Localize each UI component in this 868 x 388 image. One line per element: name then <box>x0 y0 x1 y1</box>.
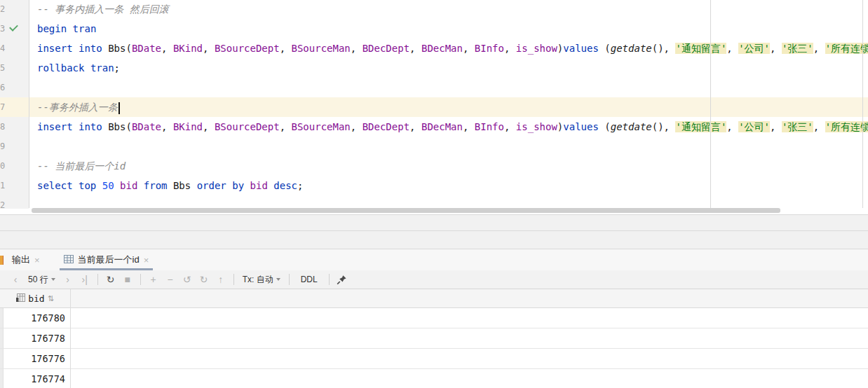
code-token: insert <box>37 43 73 54</box>
submit-icon[interactable]: ↑ <box>212 274 229 285</box>
close-icon[interactable]: × <box>34 255 40 265</box>
column-header-bid[interactable]: bid ⇅ <box>0 293 70 304</box>
code-token: by <box>232 180 244 191</box>
line-number: 0 <box>0 156 8 176</box>
code-token: getdate <box>611 121 652 132</box>
refresh-icon[interactable]: ↻ <box>102 274 119 285</box>
code-token: BSourceMan <box>292 121 351 132</box>
code-token: , <box>770 121 782 132</box>
code-token: , <box>813 43 825 54</box>
code-line[interactable]: 3begin tran <box>0 19 868 39</box>
table-row[interactable]: 176774 <box>0 369 868 388</box>
add-row-icon[interactable]: + <box>145 274 162 285</box>
line-number: 1 <box>0 176 8 195</box>
table-row[interactable]: 176778 <box>0 328 868 349</box>
code-token: into <box>79 121 102 132</box>
code-line[interactable]: 7--事务外插入一条 <box>0 97 868 117</box>
cell-bid[interactable]: 176774 <box>4 369 70 388</box>
code-token: bid <box>120 180 137 191</box>
sql-editor[interactable]: 2-- 事务内插入一条 然后回滚3begin tran4insert into … <box>0 0 868 214</box>
code-token: BKind <box>173 121 203 132</box>
revert-icon[interactable]: ↺ <box>179 274 196 285</box>
code-token: from <box>144 180 168 191</box>
code-token: Bbs <box>168 180 197 191</box>
code-line[interactable]: 0-- 当前最后一个id <box>0 156 868 176</box>
code-token: insert <box>37 121 73 132</box>
code-token <box>226 180 232 191</box>
code-token: BSourceDept <box>215 43 280 54</box>
code-token: values <box>563 121 599 132</box>
code-token: BSourceDept <box>215 121 280 132</box>
code-token: , <box>280 43 292 54</box>
code-token: getdate <box>611 43 652 54</box>
editor-panel-splitter[interactable] <box>0 214 868 231</box>
column-icon <box>16 293 25 304</box>
reload-changes-icon[interactable]: ↻ <box>196 274 212 285</box>
code-token <box>73 121 79 132</box>
line-number: 7 <box>0 97 8 117</box>
pin-tab-icon[interactable] <box>337 275 347 285</box>
table-grid-icon <box>64 255 74 265</box>
code-token: select <box>37 180 73 191</box>
tab-result-label: 当前最后一个id <box>78 254 140 266</box>
code-line[interactable]: 1select top 50 bid from Bbs order by bid… <box>0 176 868 195</box>
close-icon[interactable]: × <box>144 255 149 265</box>
code-line[interactable]: 4insert into Bbs(BDate, BKind, BSourceDe… <box>0 39 868 58</box>
last-page-icon[interactable]: ›| <box>76 274 93 285</box>
ddl-button[interactable]: DDL <box>294 275 325 284</box>
code-token: , <box>463 121 475 132</box>
stop-icon[interactable]: ■ <box>119 274 136 285</box>
first-page-icon[interactable]: ‹ <box>7 274 24 285</box>
tab-result-grid[interactable]: 当前最后一个id × <box>58 249 155 270</box>
sort-arrows-icon[interactable]: ⇅ <box>48 294 54 303</box>
code-token: , <box>504 43 516 54</box>
line-number: 8 <box>0 117 8 137</box>
tab-output[interactable]: 输出 × <box>6 249 46 270</box>
cell-bid[interactable]: 176776 <box>4 349 70 368</box>
code-line[interactable]: 9 <box>0 137 868 156</box>
table-row[interactable]: 176780 <box>0 308 868 328</box>
line-number: 5 <box>0 58 8 78</box>
next-page-icon[interactable]: › <box>60 274 76 285</box>
grid-header-row: bid ⇅ <box>0 289 868 308</box>
code-token: order <box>197 180 226 191</box>
result-tab-bar: 输出 × 当前最后一个id × <box>0 249 868 270</box>
page-size-selector[interactable]: 50 行 <box>24 274 60 286</box>
tool-window-header-strip <box>0 231 868 249</box>
cell-bid[interactable]: 176780 <box>4 308 70 328</box>
right-margin-guide <box>710 0 711 208</box>
delete-row-icon[interactable]: − <box>162 274 179 285</box>
toolbar-separator <box>97 274 98 285</box>
horizontal-scrollbar[interactable] <box>32 208 780 213</box>
code-token: , <box>203 121 215 132</box>
code-token: , <box>280 121 292 132</box>
transaction-mode-label: Tx: 自动 <box>243 274 273 286</box>
code-token: begin <box>37 23 67 34</box>
code-token: BDecMan <box>421 121 463 132</box>
run-success-icon[interactable] <box>9 22 18 32</box>
table-row[interactable]: 176776 <box>0 349 868 369</box>
toolbar-separator <box>140 274 141 285</box>
code-line[interactable]: 5rollback tran; <box>0 58 868 78</box>
chevron-down-icon <box>51 278 55 281</box>
toolbar-separator <box>329 274 330 285</box>
transaction-mode-selector[interactable]: Tx: 自动 <box>238 274 285 286</box>
code-token: BDate <box>132 121 161 132</box>
code-line[interactable]: 6 <box>0 78 868 97</box>
code-token: BSourceMan <box>292 43 351 54</box>
column-border[interactable] <box>70 289 71 388</box>
toolbar-separator <box>233 274 234 285</box>
code-lines: 2-- 事务内插入一条 然后回滚3begin tran4insert into … <box>0 0 868 214</box>
code-token: , <box>504 121 516 132</box>
code-token: '公司' <box>738 121 770 132</box>
code-token <box>84 62 90 74</box>
code-token: -- 事务内插入一条 然后回滚 <box>37 4 169 15</box>
cell-bid[interactable]: 176778 <box>4 328 70 348</box>
code-line[interactable]: 2-- 事务内插入一条 然后回滚 <box>0 0 868 19</box>
code-token: (), <box>652 43 676 54</box>
code-token: '通知留言' <box>675 43 726 54</box>
code-line[interactable]: 8insert into Bbs(BDate, BKind, BSourceDe… <box>0 117 868 137</box>
code-token: '张三' <box>782 121 813 132</box>
text-caret <box>118 102 120 114</box>
toolbar-separator <box>289 274 290 285</box>
